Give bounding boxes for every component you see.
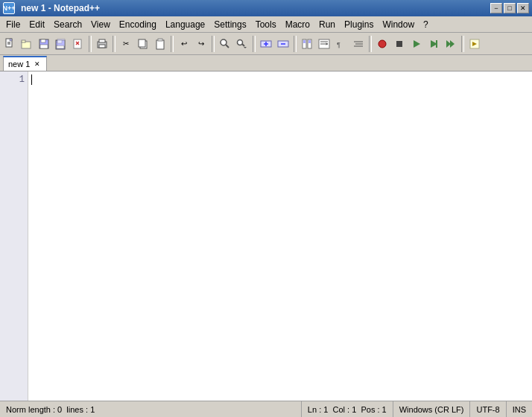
sync-scroll-v[interactable] [299,36,315,52]
separator3 [171,36,174,52]
svg-rect-17 [99,45,105,48]
undo-button[interactable]: ↩ [176,36,192,52]
svg-rect-34 [308,40,311,43]
zoom-in-button[interactable] [258,36,274,52]
svg-text:¶: ¶ [337,41,341,48]
svg-rect-6 [41,39,45,42]
app-icon: N++ [3,2,15,14]
menu-file[interactable]: File [1,18,25,31]
menu-plugins[interactable]: Plugins [340,18,378,31]
macro-playall-button[interactable] [443,36,459,52]
status-ins: INS [507,401,532,417]
close-button[interactable]: ✕ [517,3,529,13]
save-all-button[interactable] [53,36,69,52]
zoom-out-button[interactable] [275,36,291,52]
svg-rect-11 [57,39,65,46]
menu-run[interactable]: Run [314,18,340,31]
copy-button[interactable] [135,36,151,52]
macro-rec-button[interactable] [374,36,390,52]
svg-point-22 [221,39,227,45]
find-button[interactable] [217,36,233,52]
menu-encoding[interactable]: Encoding [115,18,161,31]
svg-line-25 [242,44,244,46]
find-replace-button[interactable] [234,36,250,52]
separator5 [253,36,256,52]
paste-button[interactable] [152,36,168,52]
svg-marker-44 [414,40,420,48]
menu-bar: File Edit Search View Encoding Language … [0,16,532,33]
minimize-button[interactable]: − [490,3,502,13]
menu-tools[interactable]: Tools [251,18,281,31]
menu-help[interactable]: ? [419,18,433,31]
macro-stop-button[interactable] [391,36,408,52]
title-bar: N++ new 1 - Notepad++ − □ ✕ [0,0,532,16]
status-eol: Windows (CR LF) [393,401,471,417]
svg-rect-43 [396,41,402,47]
indent-button[interactable] [350,36,367,52]
toolbar-row1: ✂ ↩ ↪ ¶ [0,33,532,55]
svg-line-23 [226,45,229,48]
svg-point-42 [379,40,386,48]
new-file-button[interactable] [1,36,18,52]
maximize-button[interactable]: □ [504,3,516,13]
status-position: Ln : 1 Col : 1 Pos : 1 [302,401,393,417]
svg-rect-21 [158,39,162,41]
separator4 [212,36,215,52]
editor-container[interactable]: 1 [0,71,532,401]
tab-bar: new 1 ✕ [0,55,532,71]
editor-area[interactable] [28,71,532,401]
svg-rect-19 [139,39,145,47]
svg-marker-48 [450,40,455,48]
run-button[interactable] [466,36,483,52]
title-text: new 1 - Notepad++ [18,3,489,13]
line-number: 1 [0,74,25,85]
separator7 [369,36,372,52]
redo-button[interactable]: ↪ [193,36,209,52]
menu-search[interactable]: Search [49,18,86,31]
separator8 [461,36,464,52]
separator2 [113,36,115,52]
macro-play-button[interactable] [408,36,425,52]
cut-button[interactable]: ✂ [118,36,134,52]
all-chars-button[interactable]: ¶ [333,36,349,52]
svg-point-24 [238,39,243,45]
text-cursor [31,74,32,85]
wrap-button[interactable] [316,36,332,52]
print-button[interactable] [94,36,110,52]
status-norm: Norm length : 0 lines : 1 [0,401,302,417]
status-bar: Norm length : 0 lines : 1 Ln : 1 Col : 1… [0,401,532,417]
tab-close-button[interactable]: ✕ [33,60,42,69]
svg-rect-20 [156,40,164,49]
menu-window[interactable]: Window [378,18,419,31]
close-button2[interactable] [70,36,86,52]
menu-macro[interactable]: Macro [281,18,314,31]
menu-edit[interactable]: Edit [25,18,49,31]
status-encoding: UTF-8 [470,401,506,417]
menu-settings[interactable]: Settings [209,18,250,31]
tab-label: new 1 [8,60,30,69]
separator6 [294,36,297,52]
macro-save-button[interactable] [425,36,442,52]
svg-rect-7 [40,45,48,48]
save-button[interactable] [36,36,52,52]
svg-rect-33 [303,40,305,43]
svg-rect-16 [99,39,105,42]
menu-language[interactable]: Language [161,18,209,31]
separator1 [89,36,92,52]
tab-new1[interactable]: new 1 ✕ [3,56,47,71]
open-file-button[interactable] [19,36,35,52]
menu-view[interactable]: View [86,18,115,31]
line-numbers: 1 [0,71,28,401]
svg-rect-4 [22,40,25,42]
